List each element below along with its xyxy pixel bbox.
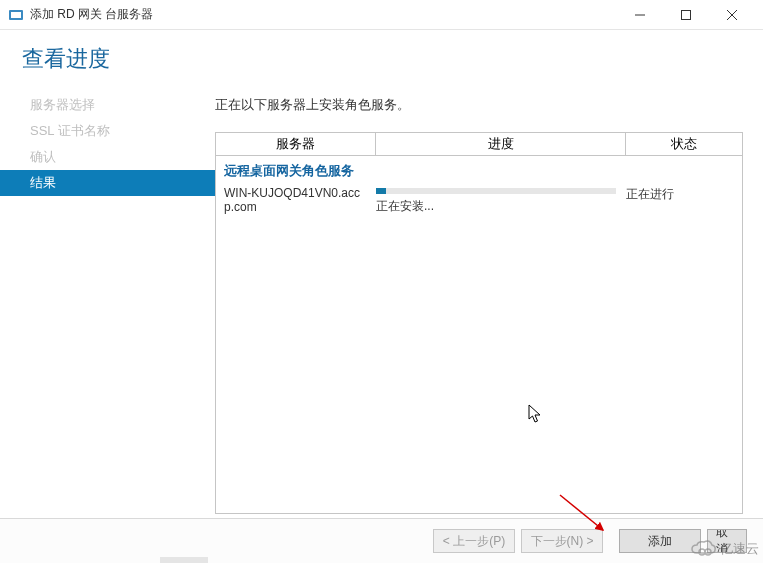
titlebar: 添加 RD 网关 台服务器 bbox=[0, 0, 763, 30]
sidebar-item-ssl-cert: SSL 证书名称 bbox=[0, 118, 215, 144]
progress-bar bbox=[376, 188, 616, 194]
svg-rect-1 bbox=[11, 12, 21, 18]
window-controls bbox=[617, 0, 755, 30]
page-header: 查看进度 bbox=[0, 30, 763, 84]
minimize-button[interactable] bbox=[617, 0, 663, 30]
close-button[interactable] bbox=[709, 0, 755, 30]
watermark-logo-icon bbox=[690, 539, 716, 559]
server-name: WIN-KUJOQD41VN0.accp.com bbox=[224, 186, 376, 215]
watermark: 亿速云 bbox=[690, 539, 759, 559]
sidebar-item-server-select: 服务器选择 bbox=[0, 92, 215, 118]
svg-point-8 bbox=[705, 549, 711, 555]
content-area: 正在以下服务器上安装角色服务。 服务器 进度 状态 远程桌面网关角色服务 WIN… bbox=[215, 84, 763, 514]
group-title: 远程桌面网关角色服务 bbox=[216, 156, 742, 184]
partial-bottom-bar bbox=[160, 557, 208, 563]
sidebar-item-results[interactable]: 结果 bbox=[0, 170, 215, 196]
prev-button: < 上一步(P) bbox=[433, 529, 515, 553]
status-text: 正在进行 bbox=[626, 186, 734, 215]
progress-panel: 服务器 进度 状态 远程桌面网关角色服务 WIN-KUJOQD41VN0.acc… bbox=[215, 132, 743, 514]
table-row: WIN-KUJOQD41VN0.accp.com 正在安装... 正在进行 bbox=[216, 184, 742, 215]
svg-point-7 bbox=[699, 549, 705, 555]
next-button: 下一步(N) > bbox=[521, 529, 603, 553]
progress-cell: 正在安装... bbox=[376, 186, 626, 215]
svg-rect-3 bbox=[682, 10, 691, 19]
page-title: 查看进度 bbox=[22, 44, 743, 74]
add-button[interactable]: 添加 bbox=[619, 529, 701, 553]
col-header-server: 服务器 bbox=[216, 133, 376, 155]
progress-subtext: 正在安装... bbox=[376, 198, 616, 215]
maximize-button[interactable] bbox=[663, 0, 709, 30]
table-header: 服务器 进度 状态 bbox=[216, 133, 742, 156]
col-header-status: 状态 bbox=[626, 133, 742, 155]
app-icon bbox=[8, 7, 24, 23]
progress-bar-fill bbox=[376, 188, 386, 194]
sidebar: 服务器选择 SSL 证书名称 确认 结果 bbox=[0, 84, 215, 514]
sidebar-item-confirm: 确认 bbox=[0, 144, 215, 170]
watermark-text: 亿速云 bbox=[720, 540, 759, 558]
main-area: 服务器选择 SSL 证书名称 确认 结果 正在以下服务器上安装角色服务。 服务器… bbox=[0, 84, 763, 514]
footer: < 上一步(P) 下一步(N) > 添加 取消 bbox=[0, 518, 763, 563]
window-title: 添加 RD 网关 台服务器 bbox=[30, 6, 617, 23]
col-header-progress: 进度 bbox=[376, 133, 626, 155]
intro-text: 正在以下服务器上安装角色服务。 bbox=[215, 96, 743, 114]
